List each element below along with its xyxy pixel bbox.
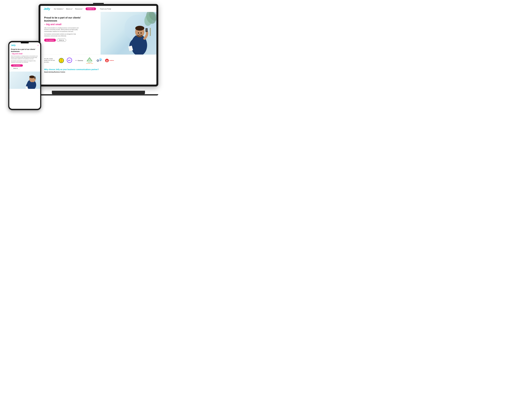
hero-content: Proud to be a part of our clients' busin…	[40, 12, 86, 55]
contact-us-button[interactable]: Contact us	[86, 7, 96, 10]
laptop-base	[52, 91, 145, 95]
laptop-foot	[38, 94, 158, 95]
chevron-down-icon: ▾	[82, 8, 83, 9]
why-choose-section: Why choose Jelly as your business commun…	[40, 66, 156, 75]
svg-point-26	[107, 60, 107, 61]
svg-point-11	[138, 32, 139, 34]
laptop-screen: Jelly Our Solutions ▾ About us ▾ Resourc…	[40, 6, 156, 85]
svg-rect-9	[146, 29, 147, 31]
hamburger-menu-icon[interactable]: ≡	[38, 44, 38, 46]
laptop-navbar: Jelly Our Solutions ▾ About us ▾ Resourc…	[40, 6, 156, 12]
mobile-solutions-button[interactable]: Our Solutions	[11, 64, 23, 67]
mobile-logo[interactable]: Jelly	[11, 44, 16, 47]
about-us-button[interactable]: About us	[57, 39, 66, 42]
mobile-hero-desc1: Jelly Communications is a leading busine…	[11, 56, 38, 60]
providers-logos: E E BT ✦✦ Gamma	[59, 57, 153, 64]
hero-buttons: Our Solutions About us	[44, 39, 82, 42]
svg-point-7	[137, 34, 143, 38]
hero-description-2: Our business communication solutions are…	[44, 33, 82, 37]
mobile-notch	[21, 42, 29, 43]
nav-item-resources[interactable]: Resources ▾	[75, 8, 83, 10]
mobile-hero-subtitle: – big and small	[11, 53, 38, 55]
hero-description-1: Jelly Communications is a leading busine…	[44, 27, 82, 32]
fixed-line-portal-link[interactable]: Fixed Line Portal	[100, 8, 111, 10]
laptop-logo[interactable]: Jelly	[44, 7, 50, 11]
svg-rect-31	[35, 77, 35, 78]
nav-item-solutions[interactable]: Our Solutions ▾	[54, 8, 64, 10]
svg-point-12	[141, 32, 142, 34]
svg-point-29	[29, 76, 35, 78]
svg-text:E: E	[61, 59, 62, 60]
svg-point-6	[135, 26, 144, 31]
o2-logo: O 2	[96, 57, 102, 63]
mobile-hero-desc2: Our business communication solutions are…	[11, 60, 38, 63]
svg-text:BT: BT	[68, 59, 70, 61]
mobile-hero-image	[9, 72, 40, 89]
man-figure-icon	[126, 19, 152, 55]
chevron-down-icon: ▾	[72, 8, 73, 9]
hero-title: Proud to be a part of our clients' busin…	[44, 16, 82, 22]
hero-image	[101, 12, 156, 55]
vodafone-logo: vodafone	[105, 59, 114, 62]
our-solutions-button[interactable]: Our Solutions	[44, 39, 56, 42]
mobile-body: Jelly ≡ Proud to be a part of our client…	[8, 41, 41, 110]
chevron-down-icon: ▾	[63, 8, 64, 9]
award-winning-subtitle: Award-winning Business Comms	[44, 71, 153, 73]
providers-section: We offer reliable quality from the best …	[40, 55, 156, 66]
gamma-logo: ✦✦ Gamma	[75, 60, 83, 61]
mobile-device: Jelly ≡ Proud to be a part of our client…	[8, 41, 41, 110]
mobile-hero-title: Proud to be a part of our clients' busin…	[11, 48, 38, 52]
bt-logo: BT	[67, 57, 72, 63]
laptop-body: Jelly Our Solutions ▾ About us ▾ Resourc…	[38, 4, 158, 86]
ee-logo: E E	[59, 58, 64, 63]
horizon-logo: horizon TELECOM + DATA	[86, 57, 93, 64]
nav-item-about[interactable]: About us ▾	[66, 8, 73, 10]
svg-text:O: O	[97, 59, 99, 62]
hero-image-bg	[101, 12, 156, 55]
mobile-man-figure-icon	[24, 73, 39, 89]
mobile-screen: Jelly ≡ Proud to be a part of our client…	[9, 42, 40, 109]
hero-subtitle: – big and small	[44, 23, 82, 26]
mobile-hero-section: Proud to be a part of our clients' busin…	[9, 47, 40, 70]
laptop-device: Jelly Our Solutions ▾ About us ▾ Resourc…	[38, 4, 158, 95]
laptop-notch	[93, 3, 104, 5]
svg-text:E: E	[61, 60, 62, 62]
laptop-hero-section: Proud to be a part of our clients' busin…	[40, 12, 156, 55]
mobile-about-button[interactable]: About us	[11, 67, 20, 70]
laptop-nav-items: Our Solutions ▾ About us ▾ Resources ▾ C…	[54, 7, 153, 10]
providers-label: We offer reliable quality from the best …	[44, 58, 56, 63]
why-choose-title: Why choose Jelly as your business commun…	[44, 68, 153, 70]
svg-marker-18	[87, 57, 92, 61]
